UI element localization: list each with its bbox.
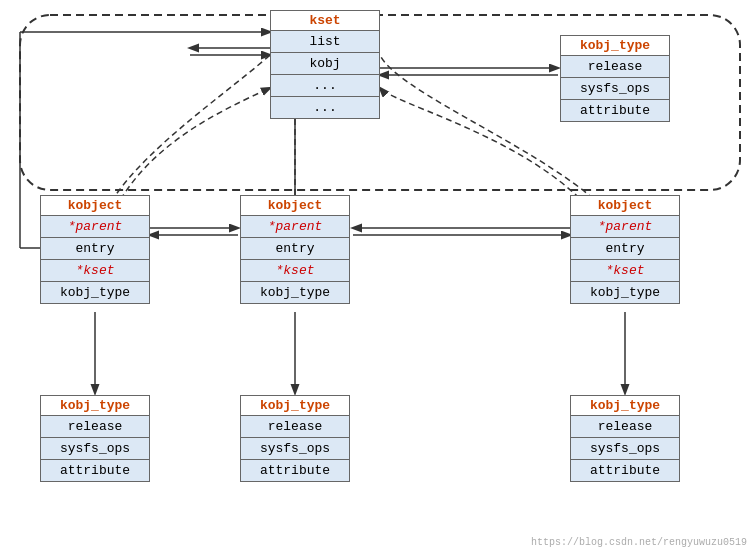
kobject-center-title: kobject (241, 196, 349, 215)
kobj-type-bottom-center-attr: attribute (241, 459, 349, 481)
kset-field-kobj: kobj (271, 52, 379, 74)
kobj-type-bottom-left-sysfs: sysfs_ops (41, 437, 149, 459)
kobject-left-title: kobject (41, 196, 149, 215)
kobj-type-bottom-center-struct: kobj_type release sysfs_ops attribute (240, 395, 350, 482)
kset-field-dots2: ... (271, 96, 379, 118)
kobject-left-struct: kobject *parent entry *kset kobj_type (40, 195, 150, 304)
kobject-center-kset: *kset (241, 259, 349, 281)
kobject-center-entry: entry (241, 237, 349, 259)
kobj-type-bottom-right-attr: attribute (571, 459, 679, 481)
kobj-type-top-right-attr: attribute (561, 99, 669, 121)
diagram-container: kset list kobj ... ... kobj_type release… (0, 0, 755, 556)
kset-field-list: list (271, 30, 379, 52)
kobj-type-top-right-struct: kobj_type release sysfs_ops attribute (560, 35, 670, 122)
kobj-type-bottom-left-struct: kobj_type release sysfs_ops attribute (40, 395, 150, 482)
kobj-type-top-right-title: kobj_type (561, 36, 669, 55)
kset-struct: kset list kobj ... ... (270, 10, 380, 119)
kobj-type-bottom-right-struct: kobj_type release sysfs_ops attribute (570, 395, 680, 482)
kobject-left-parent: *parent (41, 215, 149, 237)
kobj-type-bottom-center-sysfs: sysfs_ops (241, 437, 349, 459)
kobject-left-kset: *kset (41, 259, 149, 281)
watermark: https://blog.csdn.net/rengyuwuzu0519 (531, 537, 747, 548)
kobject-left-kobj-type: kobj_type (41, 281, 149, 303)
kobj-type-bottom-left-attr: attribute (41, 459, 149, 481)
kobject-right-title: kobject (571, 196, 679, 215)
kobject-left-entry: entry (41, 237, 149, 259)
kobj-type-bottom-right-sysfs: sysfs_ops (571, 437, 679, 459)
kobj-type-bottom-right-release: release (571, 415, 679, 437)
kobject-right-struct: kobject *parent entry *kset kobj_type (570, 195, 680, 304)
kobject-center-parent: *parent (241, 215, 349, 237)
kobject-right-kset: *kset (571, 259, 679, 281)
kobject-center-kobj-type: kobj_type (241, 281, 349, 303)
kobj-type-bottom-center-title: kobj_type (241, 396, 349, 415)
kobject-right-kobj-type: kobj_type (571, 281, 679, 303)
kobj-type-bottom-left-title: kobj_type (41, 396, 149, 415)
kobj-type-top-right-sysfs: sysfs_ops (561, 77, 669, 99)
kobject-right-entry: entry (571, 237, 679, 259)
kset-title: kset (271, 11, 379, 30)
kobj-type-top-right-release: release (561, 55, 669, 77)
kobj-type-bottom-right-title: kobj_type (571, 396, 679, 415)
kobject-center-struct: kobject *parent entry *kset kobj_type (240, 195, 350, 304)
kobj-type-bottom-left-release: release (41, 415, 149, 437)
kobject-right-parent: *parent (571, 215, 679, 237)
kset-field-dots1: ... (271, 74, 379, 96)
kobj-type-bottom-center-release: release (241, 415, 349, 437)
